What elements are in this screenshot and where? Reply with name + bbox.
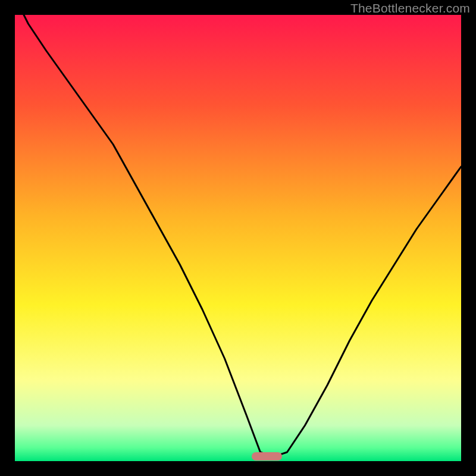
optimal-range-marker: [252, 452, 282, 461]
watermark-text: TheBottlenecker.com: [350, 1, 470, 15]
background-gradient: [15, 15, 461, 461]
svg-rect-0: [15, 15, 461, 461]
plot-area: [15, 15, 461, 461]
chart-frame: TheBottlenecker.com: [0, 0, 476, 476]
